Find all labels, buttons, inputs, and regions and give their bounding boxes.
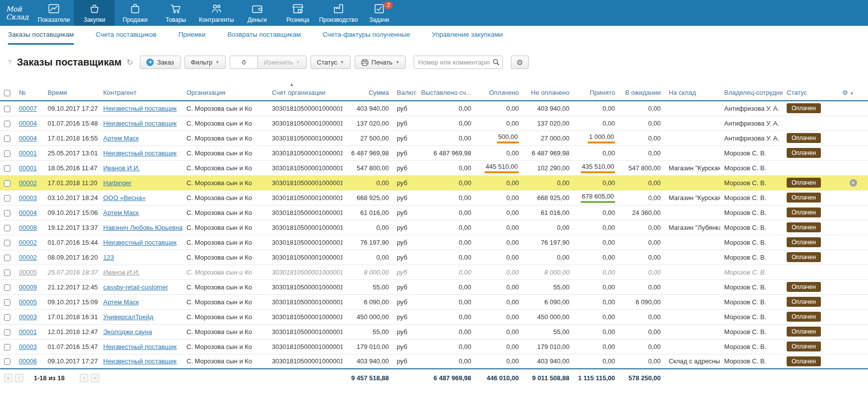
- row-checkbox[interactable]: [4, 358, 10, 365]
- topnav-item-retail[interactable]: Розница: [277, 0, 318, 26]
- row-checkbox[interactable]: [4, 121, 10, 127]
- subnav-tab[interactable]: Приемки: [178, 26, 205, 45]
- column-gear-icon[interactable]: ⚙: [842, 89, 848, 96]
- row-checkbox[interactable]: [4, 106, 10, 112]
- contragent-link[interactable]: Неизвестный поставщик: [103, 239, 177, 246]
- order-number-link[interactable]: 00004: [19, 209, 37, 216]
- status-badge[interactable]: Оплачен: [787, 103, 821, 113]
- order-number-link[interactable]: 00004: [19, 135, 37, 142]
- status-badge[interactable]: Оплачен: [787, 297, 821, 307]
- topnav-item-purchases[interactable]: Закупки: [74, 0, 115, 26]
- column-header-accepted[interactable]: Принято: [573, 82, 619, 101]
- contragent-link[interactable]: Артем Маск: [103, 135, 139, 142]
- row-checkbox[interactable]: [4, 195, 10, 202]
- order-number-link[interactable]: 00002: [19, 239, 37, 246]
- contragent-link[interactable]: 123: [103, 254, 114, 261]
- column-header-currency[interactable]: Валюта: [393, 82, 417, 101]
- row-checkbox[interactable]: [4, 225, 10, 231]
- next-page-button[interactable]: ›: [80, 374, 88, 382]
- column-header-owner[interactable]: Владелец-сотрудник: [720, 82, 783, 101]
- order-number-link[interactable]: 00008: [19, 224, 37, 231]
- app-logo[interactable]: Мой Склад: [0, 0, 33, 26]
- status-badge[interactable]: Оплачен: [787, 282, 821, 292]
- topnav-item-sales[interactable]: Продажи: [115, 0, 155, 26]
- change-button[interactable]: Изменить ▼: [257, 56, 307, 69]
- row-checkbox[interactable]: [4, 180, 10, 187]
- status-badge[interactable]: Оплачен: [787, 207, 821, 217]
- row-checkbox[interactable]: [4, 314, 10, 321]
- status-badge[interactable]: Оплачен: [787, 148, 821, 158]
- create-order-button[interactable]: + Заказ: [140, 56, 180, 69]
- contragent-link[interactable]: Эколоджи сауна: [103, 328, 152, 336]
- order-number-link[interactable]: 00001: [19, 164, 37, 172]
- order-number-link[interactable]: 00004: [19, 120, 37, 127]
- order-number-link[interactable]: 00001: [19, 328, 37, 336]
- row-checkbox[interactable]: [4, 255, 10, 261]
- row-checkbox[interactable]: [4, 150, 10, 157]
- contragent-link[interactable]: Иванов И.И.: [103, 269, 140, 276]
- topnav-item-money[interactable]: Деньги: [237, 0, 277, 26]
- row-checkbox[interactable]: [4, 165, 10, 172]
- column-header-invoiced[interactable]: Выставлено сч...: [417, 82, 475, 101]
- column-header-status[interactable]: Статус: [783, 82, 838, 101]
- status-badge[interactable]: Оплачен: [787, 342, 821, 351]
- column-header-contragent[interactable]: Контрагент: [99, 82, 183, 101]
- column-header-num[interactable]: №: [15, 82, 44, 101]
- close-icon[interactable]: ✕: [850, 179, 857, 187]
- row-checkbox[interactable]: [4, 270, 10, 276]
- status-badge[interactable]: Оплачен: [787, 193, 821, 203]
- row-checkbox[interactable]: [4, 284, 10, 291]
- last-page-button[interactable]: »: [91, 374, 99, 382]
- contragent-link[interactable]: Навзнич Любовь Юрьевна: [103, 224, 183, 231]
- order-number-link[interactable]: 00003: [19, 343, 37, 350]
- column-header-account[interactable]: Счет организации▲: [268, 82, 342, 101]
- help-icon[interactable]: ?: [6, 59, 13, 66]
- subnav-tab[interactable]: Счета поставщиков: [96, 26, 157, 45]
- contragent-link[interactable]: ООО «Весна»: [103, 194, 145, 202]
- row-checkbox[interactable]: [4, 240, 10, 246]
- row-checkbox[interactable]: [4, 299, 10, 306]
- status-badge[interactable]: Оплачен: [787, 252, 821, 262]
- order-number-link[interactable]: 00001: [19, 149, 37, 157]
- prev-page-button[interactable]: ‹: [15, 374, 23, 382]
- status-badge[interactable]: Оплачен: [787, 327, 821, 337]
- order-number-link[interactable]: 00002: [19, 179, 37, 187]
- contragent-link[interactable]: Неизвестный поставщик: [103, 120, 177, 127]
- contragent-link[interactable]: Неизвестный поставщик: [103, 343, 177, 350]
- status-badge[interactable]: Оплачен: [787, 312, 821, 322]
- order-number-link[interactable]: 00006: [19, 357, 37, 365]
- print-button[interactable]: Печать ▼: [355, 56, 406, 69]
- contragent-link[interactable]: Иванов И.И.: [103, 164, 140, 172]
- contragent-link[interactable]: Harbinger: [103, 179, 131, 187]
- order-number-link[interactable]: 00005: [19, 269, 37, 276]
- row-checkbox[interactable]: [4, 136, 10, 142]
- subnav-tab[interactable]: Возвраты поставщикам: [227, 26, 301, 45]
- search-input[interactable]: [414, 56, 503, 69]
- topnav-item-indicators[interactable]: Показатели: [33, 0, 74, 26]
- row-checkbox[interactable]: [4, 344, 10, 350]
- subnav-tab[interactable]: Управление закупками: [432, 26, 503, 45]
- status-badge[interactable]: Оплачен: [787, 133, 821, 143]
- contragent-link[interactable]: cassby-retail-customer: [103, 283, 168, 291]
- order-number-link[interactable]: 00003: [19, 194, 37, 202]
- column-header-sum[interactable]: Сумма: [342, 82, 393, 101]
- column-header-paid[interactable]: Оплачено: [475, 82, 523, 101]
- contragent-link[interactable]: Артем Маск: [103, 209, 139, 216]
- order-number-link[interactable]: 00002: [19, 254, 37, 261]
- order-number-link[interactable]: 00009: [19, 283, 37, 291]
- subnav-tab[interactable]: Счета-фактуры полученные: [322, 26, 410, 45]
- status-badge[interactable]: Оплачен: [787, 356, 821, 366]
- contragent-link[interactable]: Неизвестный поставщик: [103, 357, 177, 365]
- filter-button[interactable]: Фильтр ▼: [185, 56, 226, 69]
- row-checkbox[interactable]: [4, 329, 10, 336]
- contragent-link[interactable]: Неизвестный поставщик: [103, 149, 177, 157]
- select-all-checkbox[interactable]: [4, 90, 10, 96]
- topnav-item-tasks[interactable]: Задачи2: [359, 0, 399, 26]
- contragent-link[interactable]: Артем Маск: [103, 298, 139, 306]
- order-number-link[interactable]: 00003: [19, 313, 37, 321]
- settings-button[interactable]: ⚙: [511, 56, 528, 69]
- status-badge[interactable]: Оплачен: [787, 237, 821, 247]
- status-badge[interactable]: Оплачен: [787, 178, 821, 188]
- order-number-link[interactable]: 00007: [19, 105, 37, 112]
- column-header-awaiting[interactable]: В ожидании: [619, 82, 665, 101]
